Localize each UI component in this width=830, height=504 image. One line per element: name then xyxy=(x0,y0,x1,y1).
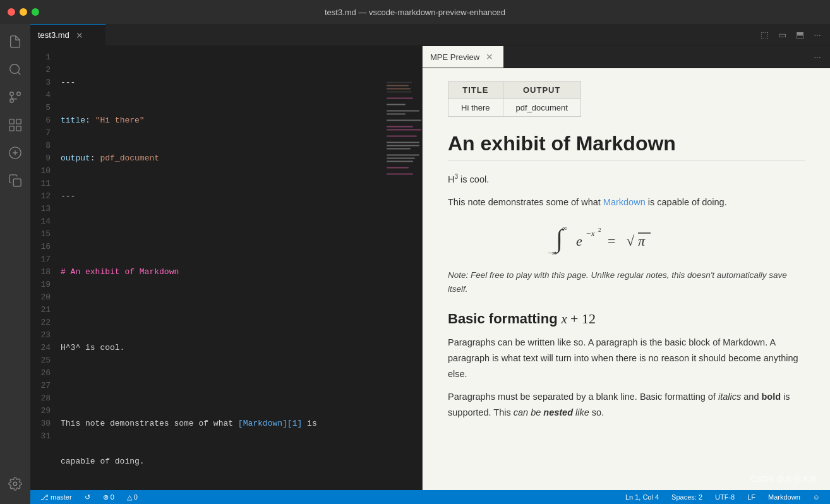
preview-h3-text: H xyxy=(448,174,454,184)
ln-col-text: Ln 1, Col 4 xyxy=(625,493,659,501)
spaces-status[interactable]: Spaces: 2 xyxy=(669,493,705,501)
status-bar-right: Ln 1, Col 4 Spaces: 2 UTF-8 LF Markdown … xyxy=(623,493,822,501)
files-icon[interactable] xyxy=(3,29,28,54)
extensions-icon[interactable] xyxy=(3,112,28,138)
svg-point-3 xyxy=(17,92,21,96)
svg-rect-24 xyxy=(387,145,419,147)
svg-text:−∞: −∞ xyxy=(548,249,556,256)
preview-para2-end: like xyxy=(573,407,589,417)
eol-text: LF xyxy=(747,493,755,501)
ln-col-status[interactable]: Ln 1, Col 4 xyxy=(623,493,661,501)
preview-para2-bold: bold xyxy=(762,392,781,402)
branch-status[interactable]: ⎇ master xyxy=(38,493,75,501)
preview-para2-nested-bold: nested xyxy=(543,407,573,417)
errors-status[interactable]: ⊗ 0 xyxy=(100,493,117,501)
split-right-button[interactable]: ⬚ xyxy=(757,27,772,42)
minimap xyxy=(384,46,422,490)
svg-rect-25 xyxy=(387,148,411,150)
smiley-status[interactable]: ☺ xyxy=(810,493,822,501)
preview-para2: Paragraphs must be separated by a blank … xyxy=(448,389,805,420)
svg-text:√: √ xyxy=(627,233,635,249)
window-title: test3.md — vscode-markdown-preview-enhan… xyxy=(325,8,505,17)
svg-rect-13 xyxy=(387,88,411,90)
svg-rect-29 xyxy=(387,167,409,169)
preview-tab-actions: ··· xyxy=(810,46,830,68)
preview-note: Note: Feel free to play with this page. … xyxy=(448,268,805,296)
language-status[interactable]: Markdown xyxy=(766,493,803,501)
preview-tab[interactable]: MPE Preview ✕ xyxy=(423,46,503,68)
preview-tab-close[interactable]: ✕ xyxy=(483,51,496,63)
svg-rect-26 xyxy=(387,155,419,156)
svg-text:=: = xyxy=(608,233,615,249)
maximize-button[interactable] xyxy=(32,8,39,16)
svg-rect-7 xyxy=(9,126,14,131)
code-content[interactable]: --- title: "Hi there" output: pdf_docume… xyxy=(56,46,384,490)
minimize-button[interactable] xyxy=(20,8,27,16)
svg-rect-11 xyxy=(387,82,412,83)
svg-text:e: e xyxy=(576,233,582,249)
sync-icon: ↺ xyxy=(85,493,90,501)
warnings-text: △ 0 xyxy=(127,493,138,501)
svg-rect-16 xyxy=(387,104,406,105)
more-actions-button[interactable]: ··· xyxy=(810,27,825,42)
svg-point-4 xyxy=(10,99,14,103)
preview-more-actions[interactable]: ··· xyxy=(810,49,825,64)
preview-markdown-link[interactable]: Markdown xyxy=(603,197,646,207)
preview-superscript-para: H3 is cool. xyxy=(448,171,805,187)
svg-rect-14 xyxy=(387,92,412,93)
preview-h2-plus: + 12 xyxy=(567,311,596,327)
svg-rect-12 xyxy=(387,85,409,87)
svg-text:−x: −x xyxy=(586,229,595,238)
warnings-status[interactable]: △ 0 xyxy=(124,493,140,501)
code-line: --- xyxy=(56,190,384,203)
preview-para1: Paragraphs can be written like so. A par… xyxy=(448,335,805,381)
encoding-status[interactable]: UTF-8 xyxy=(713,493,737,501)
eol-status[interactable]: LF xyxy=(745,493,758,501)
preview-h2-math: x xyxy=(562,312,567,326)
svg-point-0 xyxy=(10,64,20,74)
code-line: # An exhibit of Markdown xyxy=(56,266,384,279)
svg-rect-17 xyxy=(387,111,419,112)
source-control-icon[interactable] xyxy=(3,85,28,110)
activity-bar xyxy=(0,24,30,504)
copy-icon[interactable] xyxy=(3,168,28,193)
yaml-row: Hi there pdf_document xyxy=(448,99,581,117)
settings-icon[interactable] xyxy=(3,471,28,496)
errors-text: ⊗ 0 xyxy=(103,493,114,501)
preview-heading2: Basic formatting x + 12 xyxy=(448,311,805,327)
editor-tab[interactable]: test3.md ✕ xyxy=(30,24,106,45)
code-line: H^3^ is cool. xyxy=(56,342,384,354)
tab-close-button[interactable]: ✕ xyxy=(73,29,86,42)
svg-rect-28 xyxy=(387,161,413,162)
remote-icon[interactable] xyxy=(3,140,28,165)
svg-rect-19 xyxy=(387,120,421,121)
editor-panel[interactable]: 12345 678910 1112131415 1617181920 21222… xyxy=(30,46,422,490)
tab-actions: ⬚ ▭ ⬒ ··· xyxy=(757,24,830,45)
preview-panel: MPE Preview ✕ ··· TITLE OUTPUT xyxy=(422,46,830,490)
branch-name: master xyxy=(51,493,72,501)
preview-para2-italic2: can be nested like xyxy=(514,407,589,417)
editor-content: 12345 678910 1112131415 1617181920 21222… xyxy=(30,46,422,490)
editor-area: test3.md ✕ ⬚ ▭ ⬒ ··· 12345 678910 111213… xyxy=(30,24,830,504)
split-editor-button[interactable]: ⬒ xyxy=(792,27,807,42)
svg-rect-6 xyxy=(16,119,21,124)
yaml-cell-title: Hi there xyxy=(448,99,503,117)
svg-point-2 xyxy=(10,92,14,96)
git-branch-icon: ⎇ xyxy=(40,493,49,501)
preview-p1-pre: This note demonstrates some of what xyxy=(448,197,603,207)
svg-rect-30 xyxy=(387,174,413,175)
spaces-text: Spaces: 2 xyxy=(671,493,702,501)
activity-bar-bottom xyxy=(3,471,28,504)
preview-content: TITLE OUTPUT Hi there pdf_document xyxy=(423,68,830,490)
yaml-cell-output: pdf_document xyxy=(503,99,580,117)
code-line xyxy=(56,304,384,316)
svg-rect-22 xyxy=(387,136,417,137)
svg-text:2: 2 xyxy=(598,227,601,233)
main-layout: test3.md ✕ ⬚ ▭ ⬒ ··· 12345 678910 111213… xyxy=(0,24,830,504)
search-icon[interactable] xyxy=(3,57,28,82)
toggle-sidebar-button[interactable]: ▭ xyxy=(774,27,790,42)
close-button[interactable] xyxy=(8,8,15,16)
sync-status[interactable]: ↺ xyxy=(82,493,93,501)
tab-label: test3.md xyxy=(38,30,69,40)
smiley-icon: ☺ xyxy=(813,493,820,501)
